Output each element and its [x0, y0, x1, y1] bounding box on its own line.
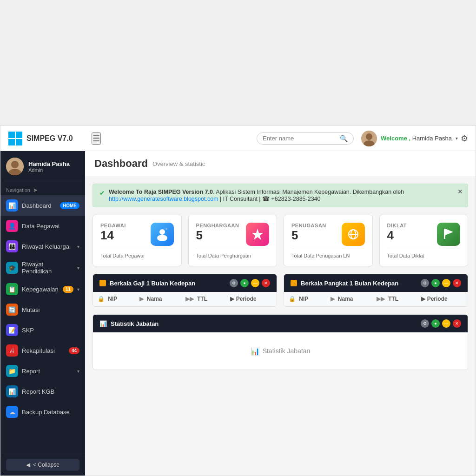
sidebar-item-rekapitulasi[interactable]: 🖨 Rekapitulasi 44	[0, 340, 85, 361]
home-badge: HOME	[60, 202, 79, 209]
backup-database-icon: ☁	[6, 406, 18, 418]
col-ttl: ▶▶ TTL	[372, 292, 417, 306]
sidebar-item-label: Data Pegawai	[22, 223, 79, 230]
table-actions: ⚙ ● — ✕	[421, 279, 461, 287]
folder-icon	[291, 280, 297, 286]
stat-description: Total Data Pegawai	[100, 249, 174, 258]
stat-description: Total Data Penghargaan	[196, 249, 270, 258]
content-body: ✔ Welcome To Raja SIMPEG Version 7.0. Ap…	[85, 176, 476, 377]
col-periode: ▶ Periode	[416, 292, 468, 306]
alert-banner: ✔ Welcome To Raja SIMPEG Version 7.0. Ap…	[93, 184, 468, 207]
avatar	[361, 131, 377, 146]
table-maximize-button[interactable]: ●	[431, 279, 440, 287]
sidebar-item-riwayat-keluarga[interactable]: 👨‍👩‍👦 Riwayat Keluarga ▾	[0, 236, 85, 257]
col-periode: ▶ Periode	[225, 292, 277, 306]
table-settings-button[interactable]: ⚙	[230, 279, 238, 287]
chart-label: Statistik Jabatan	[263, 347, 311, 355]
chevron-down-icon: ▾	[77, 244, 79, 249]
berkala-gaji-card: Berkala Gaji 1 Bulan Kedepan ⚙ ● — ✕	[93, 274, 277, 307]
sidebar-item-label: SKP	[22, 327, 79, 334]
tables-row: Berkala Gaji 1 Bulan Kedepan ⚙ ● — ✕	[93, 274, 468, 307]
alert-link[interactable]: http://www.generatesoftware.blogspot.com	[109, 196, 218, 202]
search-button[interactable]: 🔍	[340, 135, 348, 142]
sidebar: Hamida Pasha Admin Navigation ➤ 📊 Dashbo…	[0, 151, 85, 476]
table-maximize-button[interactable]: ●	[431, 319, 440, 328]
dropdown-arrow-icon: ▾	[456, 136, 458, 141]
chevron-down-icon: ▾	[77, 369, 79, 374]
sidebar-item-data-pegawai[interactable]: 👤 Data Pegawai	[0, 216, 85, 236]
bar-chart-icon: 📊	[99, 320, 107, 327]
search-input[interactable]	[263, 135, 337, 142]
berkala-gaji-header: Berkala Gaji 1 Bulan Kedepan ⚙ ● — ✕	[93, 274, 277, 292]
sidebar-item-kepegawaian[interactable]: 📋 Kepegawaian 11 ▾	[0, 279, 85, 299]
dashboard-icon: 📊	[6, 199, 18, 212]
sidebar-item-report-kgb[interactable]: 📊 Report KGB	[0, 381, 85, 402]
svg-rect-0	[8, 132, 15, 138]
windows-logo-icon	[8, 131, 23, 146]
app-logo-text: SIMPEG V7.0	[26, 134, 73, 143]
sidebar-item-label: Riwayat Pendidikan	[22, 261, 73, 275]
sidebar-item-label: Mutasi	[22, 306, 79, 313]
sidebar-item-riwayat-pendidikan[interactable]: 🎓 Riwayat Pendidikan ▾	[0, 257, 85, 279]
chevron-down-icon: ▾	[77, 265, 79, 271]
logo-area: SIMPEG V7.0	[8, 131, 92, 146]
table-maximize-button[interactable]: ●	[240, 279, 249, 287]
rekapitulasi-icon: 🖨	[6, 344, 18, 357]
table-minimize-button[interactable]: —	[442, 319, 450, 328]
svg-marker-13	[252, 229, 263, 240]
table-minimize-button[interactable]: —	[251, 279, 259, 287]
table-minimize-button[interactable]: —	[442, 279, 450, 287]
berkala-pangkat-card: Berkala Pangkat 1 Bulan Kedepan ⚙ ● — ✕	[284, 274, 468, 307]
chart-area: 📊 Statistik Jabatan	[93, 332, 468, 370]
page-subtitle: Overview & statistic	[152, 160, 205, 167]
stat-left: PENGHARGAAN 5	[196, 223, 239, 243]
settings-gear-icon[interactable]: ⚙	[461, 133, 468, 144]
stat-left: PEGAWAI 14	[100, 223, 126, 243]
stat-number: 5	[291, 228, 326, 243]
table-actions: ⚙ ● — ✕	[421, 319, 461, 328]
chevron-down-icon: ▾	[77, 287, 79, 292]
welcome-text: Welcome , Hamida Pasha	[381, 135, 452, 142]
stat-label: PENUGASAN	[291, 223, 326, 228]
chart-icon: 📊	[251, 347, 260, 356]
berkala-gaji-title: Berkala Gaji 1 Bulan Kedepan	[99, 280, 195, 287]
sidebar-item-report[interactable]: 📁 Report ▾	[0, 361, 85, 381]
svg-rect-3	[16, 139, 22, 145]
stat-card-penugasan: PENUGASAN 5	[284, 215, 373, 266]
sidebar-item-label: Backup Database	[22, 409, 79, 416]
sidebar-item-label: Kepegawaian	[22, 286, 59, 293]
sidebar-item-dashboard[interactable]: 📊 Dashboard HOME	[0, 195, 85, 216]
check-icon: ✔	[99, 189, 105, 197]
nav-send-icon: ➤	[33, 187, 38, 193]
main-content: Dashboard Overview & statistic ✔ Welcome…	[85, 151, 476, 476]
stat-card-pegawai: PEGAWAI 14 +	[93, 215, 182, 266]
collapse-button[interactable]: ◀ < Collapse	[6, 459, 79, 471]
sidebar-item-skp[interactable]: 📝 SKP	[0, 320, 85, 340]
sidebar-item-label: Dashboard	[22, 202, 56, 209]
content-header: Dashboard Overview & statistic	[85, 151, 476, 176]
nav-section-label: Navigation ➤	[0, 182, 85, 195]
close-button[interactable]: ✕	[457, 188, 463, 195]
svg-point-5	[366, 133, 372, 140]
berkala-gaji-table: 🔒 NIP ▶ Nama ▶▶ TTL ▶ Periode	[93, 292, 277, 306]
stat-number: 14	[100, 228, 126, 243]
sidebar-collapse-area: ◀ < Collapse	[0, 454, 85, 476]
table-close-button[interactable]: ✕	[262, 279, 270, 287]
rekapitulasi-badge: 44	[69, 347, 79, 354]
col-nama: ▶ Nama	[135, 292, 181, 306]
sidebar-avatar	[6, 158, 24, 175]
table-settings-button[interactable]: ⚙	[421, 319, 429, 328]
stat-card-diklat: DIKLAT 4 Total Data Di	[379, 215, 469, 266]
sidebar-item-mutasi[interactable]: 🔄 Mutasi	[0, 299, 85, 320]
table-actions: ⚙ ● — ✕	[230, 279, 270, 287]
sidebar-item-backup-database[interactable]: ☁ Backup Database	[0, 402, 85, 422]
table-close-button[interactable]: ✕	[453, 319, 461, 328]
mutasi-icon: 🔄	[6, 304, 18, 316]
hamburger-menu-button[interactable]: ☰	[92, 132, 101, 145]
table-close-button[interactable]: ✕	[453, 279, 461, 287]
stats-row: PEGAWAI 14 +	[93, 215, 468, 266]
user-dropdown[interactable]: Welcome , Hamida Pasha ▾	[361, 131, 458, 146]
table-settings-button[interactable]: ⚙	[421, 279, 429, 287]
skp-icon: 📝	[6, 324, 18, 336]
svg-point-8	[11, 161, 19, 168]
